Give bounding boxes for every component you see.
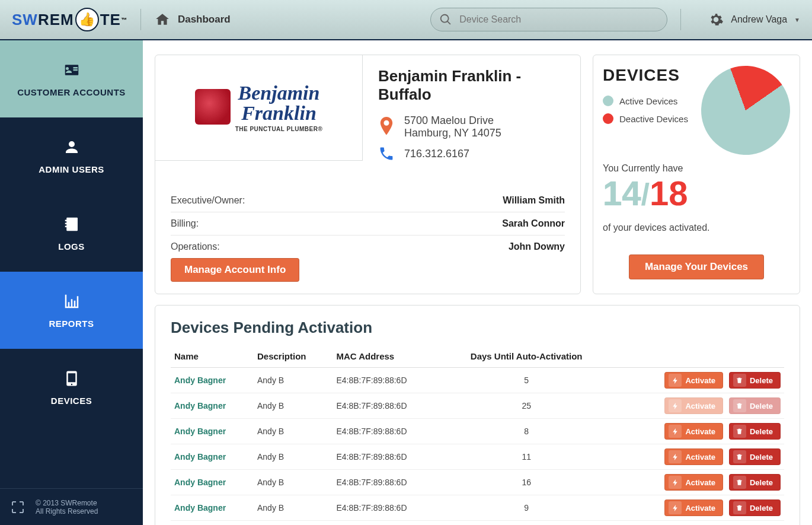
trash-icon <box>733 374 746 387</box>
table-row: Andy BagnerAndy BE4:8B:7F:89:88:6D16Acti… <box>171 470 784 495</box>
cell-name[interactable]: Andy Bagner <box>171 393 254 419</box>
trash-icon <box>733 399 746 412</box>
lightning-icon <box>669 374 682 387</box>
counts-slash: / <box>641 179 650 210</box>
cell-name[interactable]: Andy Bagner <box>171 521 254 526</box>
device-search[interactable] <box>430 8 667 31</box>
company-name-1: Benjamin <box>235 83 323 103</box>
pending-table: Name Description MAC Address Days Until … <box>171 345 784 525</box>
cell-days: 11 <box>443 444 610 470</box>
trash-icon <box>733 476 746 489</box>
pending-activation-card: Devices Pending Activation Name Descript… <box>155 305 800 525</box>
logo-sw: SW <box>12 11 38 29</box>
swatch-active-icon <box>603 96 613 106</box>
cell-days: 5 <box>443 368 610 393</box>
chevron-down-icon: ▼ <box>794 17 800 23</box>
cell-description: Andy B <box>254 470 333 495</box>
contact-role: Executive/Owner: <box>171 195 245 206</box>
lightning-icon <box>669 476 682 489</box>
activate-button[interactable]: Activate <box>664 474 723 491</box>
sidebar-item-label: REPORTS <box>49 319 94 329</box>
company-name-2: Franklin <box>235 103 323 123</box>
map-pin-icon <box>378 117 395 137</box>
cell-days: 9 <box>443 495 610 521</box>
sidebar-item-label: CUSTOMER ACCOUNTS <box>17 87 126 97</box>
dashboard-link[interactable]: Dashboard <box>154 12 231 27</box>
contact-name: Sarah Connor <box>502 218 565 229</box>
logo-mascot-icon: 👍 <box>75 8 99 31</box>
cell-description: Andy B <box>254 419 333 444</box>
sidebar: CUSTOMER ACCOUNTS ADMIN USERS LOGS REPOR… <box>0 40 143 525</box>
search-icon <box>439 13 452 26</box>
devices-title: DEVICES <box>603 66 688 85</box>
cell-days: 8 <box>443 419 610 444</box>
sidebar-item-devices[interactable]: DEVICES <box>0 349 143 426</box>
table-row: Andy BagnerAndy BE4:8B:7F:89:88:6D8Activ… <box>171 419 784 444</box>
app-logo: SWREM👍TE™ <box>12 8 127 31</box>
cell-description: Andy B <box>254 393 333 419</box>
manage-devices-button[interactable]: Manage Your Devices <box>629 254 764 279</box>
cell-mac: E4:8B:7F:89:88:6D <box>333 444 442 470</box>
delete-button[interactable]: Delete <box>729 448 781 465</box>
table-row: Andy BagnerAndy BE4:8B:7F:89:88:6D11Acti… <box>171 444 784 470</box>
notebook-icon <box>63 215 81 233</box>
cell-days: 4 <box>443 521 610 526</box>
gear-icon <box>708 12 724 27</box>
total-count: 18 <box>650 176 688 211</box>
contact-role: Operations: <box>171 241 220 252</box>
activate-button[interactable]: Activate <box>664 448 723 465</box>
activate-button[interactable]: Activate <box>664 423 723 440</box>
lightning-icon <box>669 501 682 514</box>
dashboard-label: Dashboard <box>178 14 231 26</box>
delete-button: Delete <box>729 397 781 414</box>
topbar-divider <box>140 9 141 30</box>
cell-mac: E4:8B:7F:89:88:6D <box>333 368 442 393</box>
contact-row: Executive/Owner: William Smith <box>171 189 565 212</box>
company-tagline: THE PUNCTUAL PLUMBER® <box>235 126 323 132</box>
delete-button[interactable]: Delete <box>729 474 781 491</box>
address-line2: Hamburg, NY 14075 <box>404 127 501 139</box>
devices-line2: of your devices activated. <box>603 222 790 233</box>
phone-number: 716.312.6167 <box>404 148 469 160</box>
cell-name[interactable]: Andy Bagner <box>171 368 254 393</box>
cell-name[interactable]: Andy Bagner <box>171 495 254 521</box>
user-icon <box>63 138 81 156</box>
lightning-icon <box>669 425 682 438</box>
sidebar-item-admin-users[interactable]: ADMIN USERS <box>0 117 143 195</box>
device-icon <box>63 370 81 387</box>
col-name: Name <box>171 345 254 368</box>
delete-button[interactable]: Delete <box>729 499 781 516</box>
fullscreen-icon[interactable] <box>11 500 25 514</box>
sidebar-item-customer-accounts[interactable]: CUSTOMER ACCOUNTS <box>0 40 143 117</box>
device-counts: 14/18 <box>603 176 790 211</box>
manage-account-button[interactable]: Manage Account Info <box>171 258 299 282</box>
cell-mac: E4:8B:7F:89:88:6D <box>333 419 442 444</box>
footer-copyright: © 2013 SWRemote <box>36 499 98 507</box>
sidebar-item-logs[interactable]: LOGS <box>0 195 143 272</box>
col-description: Description <box>254 345 333 368</box>
table-row: Andy BagnerAndy BE4:8B:7F:89:88:6D4Activ… <box>171 521 784 526</box>
search-input[interactable] <box>459 14 658 25</box>
chart-icon <box>63 292 81 310</box>
user-menu[interactable]: Andrew Vaga ▼ <box>708 12 800 27</box>
footer-rights: All Rights Reserved <box>36 507 98 516</box>
activate-button[interactable]: Activate <box>664 372 723 389</box>
sidebar-item-reports[interactable]: REPORTS <box>0 272 143 349</box>
col-mac: MAC Address <box>333 345 442 368</box>
company-logo: Benjamin Franklin THE PUNCTUAL PLUMBER® <box>155 55 363 161</box>
legend-deactive: Deactive Devices <box>603 113 688 124</box>
cell-name[interactable]: Andy Bagner <box>171 470 254 495</box>
logo-rem: REM <box>38 11 74 29</box>
activate-button[interactable]: Activate <box>664 499 723 516</box>
cell-name[interactable]: Andy Bagner <box>171 444 254 470</box>
cell-mac: E4:8B:7F:89:88:6D <box>333 470 442 495</box>
table-row: Andy BagnerAndy BE4:8B:7F:89:88:6D9Activ… <box>171 495 784 521</box>
logo-te: TE <box>100 11 121 29</box>
lightning-icon <box>669 450 682 463</box>
delete-button[interactable]: Delete <box>729 372 781 389</box>
cell-name[interactable]: Andy Bagner <box>171 419 254 444</box>
delete-button[interactable]: Delete <box>729 423 781 440</box>
contact-role: Billing: <box>171 218 199 229</box>
address-line1: 5700 Maelou Drive <box>404 114 501 127</box>
trash-icon <box>733 501 746 514</box>
